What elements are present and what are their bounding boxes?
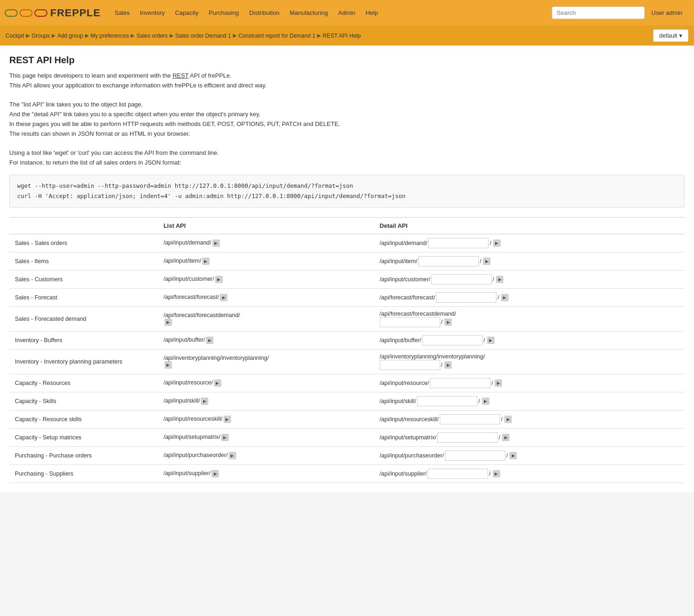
list-api-arrow[interactable]: ▶: [212, 470, 219, 477]
detail-api-arrow[interactable]: ▶: [482, 397, 489, 405]
breadcrumb-cockpit[interactable]: Cockpit: [6, 33, 24, 39]
detail-api-arrow[interactable]: ▶: [501, 294, 509, 301]
detail-api-arrow[interactable]: ▶: [444, 361, 452, 369]
detail-cell: /api/input/supplier//▶: [380, 469, 679, 479]
list-api-link[interactable]: /api/inventoryplanning/inventoryplanning…: [164, 355, 369, 361]
row-name: Inventory - Inventory planning parameter…: [9, 349, 158, 374]
list-api-link[interactable]: /api/input/skill/: [164, 397, 200, 404]
nav-admin[interactable]: Admin: [334, 7, 360, 19]
list-api-link[interactable]: /api/input/setupmatrix/: [164, 434, 220, 440]
list-api-arrow[interactable]: ▶: [221, 434, 229, 441]
detail-bottom-row: /▶: [380, 317, 679, 327]
detail-api-arrow[interactable]: ▶: [493, 470, 500, 477]
logo-icon-red: [34, 9, 47, 17]
detail-api-arrow[interactable]: ▶: [487, 337, 495, 344]
detail-api-input[interactable]: [436, 292, 496, 303]
row-name: Sales - Forecast: [9, 288, 158, 306]
detail-api-arrow[interactable]: ▶: [496, 276, 503, 283]
breadcrumb-sales-orders[interactable]: Sales orders: [136, 33, 167, 39]
breadcrumb-add-group[interactable]: Add group: [57, 33, 83, 39]
nav-distribution[interactable]: Distribution: [245, 7, 284, 19]
row-name: Purchasing - Suppliers: [9, 464, 158, 483]
user-admin-link[interactable]: User admin: [645, 7, 689, 19]
list-api-arrow[interactable]: ▶: [206, 337, 213, 344]
detail-api-input[interactable]: [428, 469, 488, 479]
detail-api-input[interactable]: [422, 335, 482, 345]
nav-capacity[interactable]: Capacity: [170, 7, 203, 19]
detail-api-prefix: /api/forecast/forecast/: [380, 294, 436, 301]
detail-api-input[interactable]: [417, 396, 477, 406]
list-api-link[interactable]: /api/input/resource/: [164, 379, 213, 386]
list-api-arrow[interactable]: ▶: [201, 397, 208, 405]
row-detail-api: /api/input/buffer//▶: [374, 331, 685, 349]
list-api-link[interactable]: /api/forecast/forecast/: [164, 294, 219, 300]
detail-api-arrow[interactable]: ▶: [444, 318, 452, 326]
list-api-arrow[interactable]: ▶: [229, 452, 236, 459]
detail-api-arrow[interactable]: ▶: [493, 239, 501, 247]
table-row: Inventory - Inventory planning parameter…: [9, 349, 685, 374]
detail-api-arrow[interactable]: ▶: [495, 379, 502, 387]
detail-slash: /: [489, 240, 491, 246]
sep4: ▶: [131, 33, 134, 39]
row-list-api: /api/input/resourceskill/▶: [158, 410, 374, 428]
nav-links: Sales Inventory Capacity Purchasing Dist…: [110, 7, 551, 19]
table-header-row: List API Detail API: [9, 217, 685, 234]
detail-top-row: /api/inventoryplanning/inventoryplanning…: [380, 353, 679, 360]
detail-slash: /: [489, 470, 490, 477]
list-api-arrow[interactable]: ▶: [212, 239, 220, 247]
list-api-arrow[interactable]: ▶: [215, 276, 223, 283]
breadcrumb-groups[interactable]: Groups: [32, 33, 50, 39]
rest-link[interactable]: REST: [172, 72, 188, 79]
table-row: Inventory - Buffers/api/input/buffer/▶/a…: [9, 331, 685, 349]
list-api-link[interactable]: /api/input/resourceskill/: [164, 416, 223, 422]
detail-cell: /api/input/buffer//▶: [380, 335, 679, 345]
table-row: Purchasing - Purchase orders/api/input/p…: [9, 446, 685, 464]
col-header-name: [9, 217, 158, 234]
code-line-1: wget --http-user=admin --http-password=a…: [17, 181, 677, 192]
detail-api-input[interactable]: [431, 274, 492, 285]
list-api-link[interactable]: /api/forecast/forecastdemand/: [164, 312, 369, 318]
detail-slash: /: [480, 258, 481, 265]
detail-slash: /: [478, 398, 480, 404]
detail-api-input[interactable]: [428, 238, 489, 248]
breadcrumb-constraint[interactable]: Constraint report for Demand 1: [238, 33, 315, 39]
breadcrumb-demand1[interactable]: Sales order Demand 1: [175, 33, 231, 39]
search-input[interactable]: [552, 7, 645, 19]
list-api-arrow[interactable]: ▶: [165, 361, 172, 369]
default-button[interactable]: default ▾: [653, 29, 688, 42]
list-api-link[interactable]: /api/input/item/: [164, 258, 201, 264]
detail-api-input[interactable]: [380, 317, 440, 327]
detail-api-arrow[interactable]: ▶: [502, 434, 509, 441]
row-list-api: /api/input/resource/▶: [158, 374, 374, 392]
detail-slash: /: [501, 416, 502, 423]
list-api-link[interactable]: /api/input/supplier/: [164, 470, 211, 477]
detail-api-input[interactable]: [437, 432, 498, 443]
detail-api-input[interactable]: [380, 360, 440, 370]
detail-api-arrow[interactable]: ▶: [504, 416, 512, 423]
detail-api-arrow[interactable]: ▶: [483, 258, 490, 265]
detail-api-input[interactable]: [445, 450, 505, 461]
list-api-arrow[interactable]: ▶: [224, 416, 231, 423]
breadcrumb-my-preferences[interactable]: My preferences: [91, 33, 129, 39]
list-api-link[interactable]: /api/input/customer/: [164, 276, 214, 282]
table-row: Capacity - Resource skills/api/input/res…: [9, 410, 685, 428]
breadcrumb-current: REST API Help: [323, 33, 361, 39]
list-api-arrow[interactable]: ▶: [165, 318, 172, 326]
logo-icon-green: [5, 9, 18, 17]
list-api-arrow[interactable]: ▶: [214, 379, 221, 387]
list-api-link[interactable]: /api/input/buffer/: [164, 337, 205, 343]
list-api-arrow[interactable]: ▶: [202, 258, 210, 265]
list-api-link[interactable]: /api/input/demand/: [164, 239, 212, 246]
nav-inventory[interactable]: Inventory: [135, 7, 169, 19]
detail-api-input[interactable]: [418, 256, 479, 266]
nav-purchasing[interactable]: Purchasing: [204, 7, 244, 19]
nav-sales[interactable]: Sales: [110, 7, 134, 19]
list-api-link[interactable]: /api/input/purchaseorder/: [164, 452, 228, 458]
detail-api-arrow[interactable]: ▶: [509, 452, 517, 459]
detail-api-input[interactable]: [430, 378, 490, 388]
list-api-arrow[interactable]: ▶: [220, 294, 227, 301]
nav-help[interactable]: Help: [361, 7, 383, 19]
detail-api-prefix: /api/forecast/forecastdemand/: [380, 311, 456, 317]
nav-manufacturing[interactable]: Manufacturing: [285, 7, 332, 19]
detail-api-input[interactable]: [440, 414, 500, 424]
